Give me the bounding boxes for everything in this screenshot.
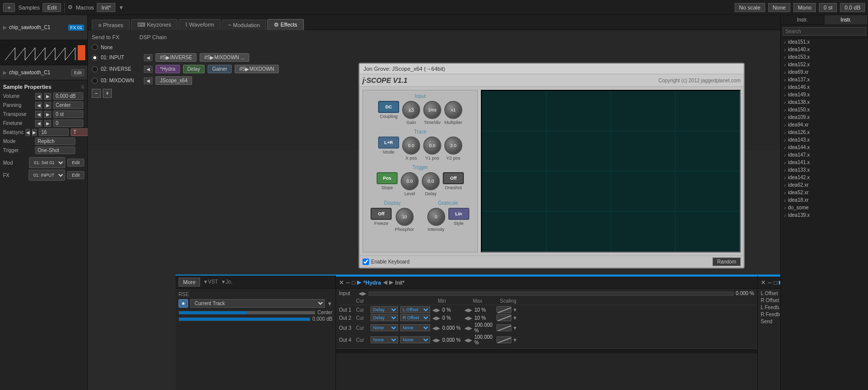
random-btn[interactable]: Random [713,257,741,266]
mixdown-tag-1[interactable]: #S▶MIXDOWN ... [200,53,249,62]
transpose-up-btn[interactable]: ▶ [44,111,51,118]
beatsync-up-btn[interactable]: ▶ [32,129,37,136]
finetune-down-btn[interactable]: ◀ [35,120,42,127]
volume-down-btn[interactable]: ◀ [35,93,42,100]
radio-mixdown[interactable] [92,78,98,84]
fx-select[interactable]: 01: INPUT [29,170,65,181]
coupling-btn[interactable]: DC [378,101,399,113]
init-dropdown[interactable]: Init* [97,3,115,12]
fx-edit-btn[interactable]: Edit [67,171,84,179]
file-list-item[interactable]: ♪idea141.x [781,159,868,166]
file-list-item[interactable]: ♪idea126.x [781,128,868,136]
gain-knob[interactable]: x3 [402,101,420,119]
file-list-item[interactable]: ♪idea152.x [781,61,868,68]
level-knob[interactable]: 0.0 [401,172,419,190]
mixdown-tag-2[interactable]: #S▶MIXDOWN [235,65,279,73]
file-list-item[interactable]: ♪idea133.x [781,166,868,174]
file-list-item[interactable]: ♪idea142.x [781,174,868,181]
hydra-nav-right[interactable]: ▶ [389,279,393,286]
enable-keyboard-checkbox[interactable]: Enable Keyboard [363,258,410,265]
file-list-item[interactable]: ♪idea140.x [781,46,868,53]
route-input-arrow[interactable]: ◀ [144,54,152,61]
radio-inverse[interactable] [92,66,98,72]
intensity-knob[interactable]: 0 [427,208,445,226]
finetune-up-btn[interactable]: ▶ [44,120,51,127]
scaling-arrow[interactable]: ▼ [512,307,517,313]
hydra-preset[interactable]: Init* [395,280,405,286]
volume-value[interactable]: 0.000 dB [53,92,83,100]
timediv-knob[interactable]: 1ms [423,101,441,119]
tab-effects[interactable]: ⚙ Effects [267,19,304,30]
track-item-2[interactable]: ▶ chip_sawtooth_C1 Edit [0,65,87,80]
edit-btn[interactable]: Edit [43,3,61,12]
mode-value[interactable]: Repitch [35,138,75,145]
arr2[interactable]: ◀▶ [464,337,472,343]
target-select[interactable]: None [400,336,430,343]
file-list-item[interactable]: ♪idea150.x [781,106,868,113]
add-route-btn[interactable]: + [103,89,112,98]
trig-delay-knob[interactable]: 0.0 [422,172,440,190]
mode-btn[interactable]: L+R [378,137,399,149]
y1pos-knob[interactable]: 0.0 [423,137,441,155]
right-tab-instr2[interactable]: Instr. [824,15,868,25]
tab-modulation[interactable]: ~ Modulation [222,20,266,30]
style-btn[interactable]: Lin [448,208,469,220]
radio-input[interactable] [92,55,98,61]
beatsync-value[interactable]: 16 [39,128,69,136]
enable-keyboard-input[interactable] [363,258,369,265]
mod-edit-btn[interactable]: Edit [67,159,84,167]
file-list-item[interactable]: ♪idea147.x [781,151,868,159]
arr[interactable]: ◀▶ [432,307,440,313]
file-list-item[interactable]: ♪idea109.x [781,113,868,121]
panning-value[interactable]: Center [53,101,83,109]
hydra-minimize[interactable]: ─ [346,280,350,286]
add-track-btn[interactable]: + [3,3,15,12]
route-inverse-arrow[interactable]: ◀ [144,66,152,73]
mod-select[interactable]: None [371,336,398,343]
file-list-item[interactable]: ♪idea94.xr [781,121,868,128]
arr2[interactable]: ◀▶ [464,307,472,313]
file-list-item[interactable]: ♪idea62.xr [781,181,868,189]
route-mixdown-arrow[interactable]: ◀ [144,77,152,84]
scaling-arrow[interactable]: ▼ [512,325,517,331]
hydra-input-arrows[interactable]: ◀▶ [359,291,367,296]
mod-select[interactable]: Delay [371,306,398,313]
file-list-item[interactable]: ♪idea153.x [781,53,868,61]
delay-close-btn[interactable]: ✕ [761,279,766,286]
remove-route-btn[interactable]: − [92,89,101,98]
file-list-item[interactable]: ♪idea143.x [781,136,868,144]
arr2[interactable]: ◀▶ [464,325,472,331]
arr[interactable]: ◀▶ [432,337,440,343]
hydra-nav-left[interactable]: ◀ [383,279,387,286]
y2pos-knob[interactable]: 2.0 [444,137,462,155]
multiplier-knob[interactable]: x1 [444,101,462,119]
delay-plugin-btn[interactable]: Delay [183,65,205,73]
tab-phrases[interactable]: ≡ Phrases [92,20,130,30]
right-search-input[interactable] [783,27,866,36]
file-list-item[interactable]: ♪idea18.xr [781,196,868,204]
file-list-item[interactable]: ♪idea52.xr [781,189,868,196]
right-tab-instr[interactable]: Instr. [781,15,824,25]
xpos-knob[interactable]: 0.0 [402,137,420,155]
file-list-item[interactable]: ♪idea144.x [781,144,868,151]
arr[interactable]: ◀▶ [432,315,440,321]
phosphor-knob[interactable]: 10 [396,208,414,226]
hydra-scrollbar[interactable] [336,348,757,353]
target-select[interactable]: None [400,324,430,331]
track-item[interactable]: ▶ chip_sawtooth_C1 FX 01 [0,15,87,40]
mod-select[interactable]: 01: Set 01 [29,157,65,168]
file-list-item[interactable]: ♪idea138.x [781,98,868,106]
edit-track-btn[interactable]: Edit [71,69,84,76]
oneshot-btn[interactable]: Off [443,172,464,184]
pan-down-btn[interactable]: ◀ [35,102,42,109]
arr[interactable]: ◀▶ [432,325,440,331]
trigger-value[interactable]: One-Shot [35,147,75,154]
delay-minimize[interactable]: ─ [768,280,772,286]
jscope-plugin-btn[interactable]: JScope_x64 [155,76,192,85]
file-list-item[interactable]: ♪idea149.x [781,91,868,98]
mod-select[interactable]: Delay [371,314,398,321]
arr2[interactable]: ◀▶ [464,315,472,321]
pan-up-btn[interactable]: ▶ [44,102,51,109]
inverse-tag-1[interactable]: #S▶INVERSE [155,53,197,62]
target-select[interactable]: L Offset [400,306,430,313]
